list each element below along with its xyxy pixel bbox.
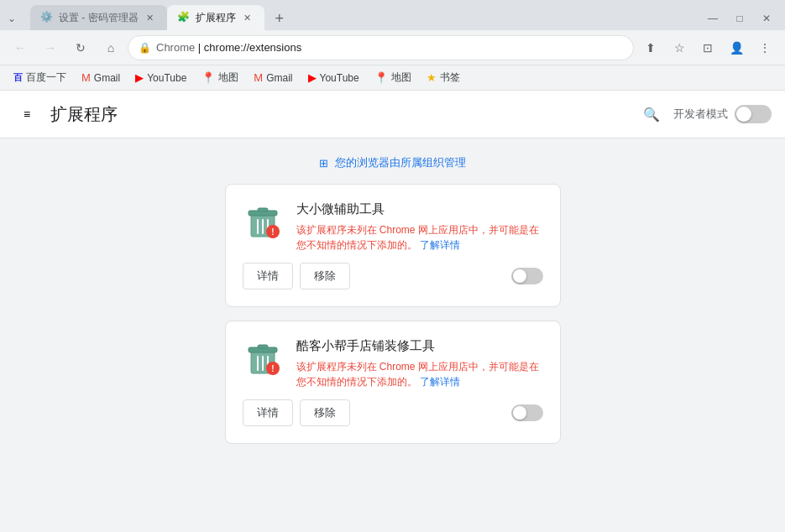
- tab-extensions[interactable]: 🧩 扩展程序 ✕: [167, 5, 264, 30]
- extensions-page-title: 扩展程序: [50, 103, 630, 126]
- dev-mode-label: 开发者模式: [673, 107, 728, 122]
- ext-learn-more-1[interactable]: 了解详情: [420, 239, 460, 251]
- managed-text: 您的浏览器由所属组织管理: [335, 155, 466, 170]
- extension-card-daoxiaowei: ! 大小微辅助工具 该扩展程序未列在 Chrome 网上应用店中，并可能是在您不…: [225, 184, 561, 307]
- bookmarks-label: 书签: [440, 70, 460, 85]
- ext-name-1: 大小微辅助工具: [296, 201, 543, 217]
- new-tab-button[interactable]: +: [268, 7, 291, 30]
- ext-info-2: 酷客小帮手店铺装修工具 该扩展程序未列在 Chrome 网上应用店中，并可能是在…: [296, 338, 543, 389]
- ext-warning-text-1: 该扩展程序未列在 Chrome 网上应用店中，并可能是在您不知情的情况下添加的。: [296, 224, 539, 251]
- svg-text:!: !: [271, 364, 274, 373]
- address-text: Chrome | chrome://extensions: [156, 41, 623, 54]
- window-controls: — □ ✕: [694, 7, 785, 30]
- settings-tab-close[interactable]: ✕: [144, 11, 157, 24]
- extensions-page: ≡ 扩展程序 🔍 开发者模式 ⊞ 您的浏览器由所属组织管理: [0, 91, 785, 532]
- ext-warning-1: 该扩展程序未列在 Chrome 网上应用店中，并可能是在您不知情的情况下添加的。…: [296, 222, 543, 253]
- ext-toggle-knob-2: [513, 406, 526, 420]
- ext-toggle-knob-1: [513, 269, 526, 283]
- ext-card-footer-2: 详情 移除: [243, 399, 543, 426]
- share-button[interactable]: ⬆: [637, 34, 664, 61]
- settings-tab-title: 设置 - 密码管理器: [59, 11, 139, 25]
- ext-icon-1: !: [243, 201, 283, 242]
- bookmark-youtube1[interactable]: ▶ YouTube: [128, 70, 193, 86]
- address-bar[interactable]: 🔒 Chrome | chrome://extensions: [128, 35, 634, 60]
- bookmark-gmail1[interactable]: M Gmail: [75, 70, 127, 86]
- bookmark-maps1[interactable]: 📍 地图: [195, 69, 245, 86]
- managed-icon: ⊞: [319, 157, 328, 170]
- bookmark-bookmarks[interactable]: ★ 书签: [420, 69, 467, 86]
- back-button[interactable]: ←: [7, 34, 34, 61]
- extensions-tab-close[interactable]: ✕: [241, 11, 254, 24]
- ext-learn-more-2[interactable]: 了解详情: [420, 376, 460, 388]
- maps1-icon: 📍: [201, 71, 215, 84]
- ext-details-button-2[interactable]: 详情: [243, 399, 293, 426]
- extensions-tab-icon: 🧩: [177, 11, 191, 24]
- ext-card-footer-1: 详情 移除: [243, 263, 543, 289]
- ext-name-2: 酷客小帮手店铺装修工具: [296, 338, 543, 354]
- svg-rect-10: [258, 345, 268, 348]
- youtube1-label: YouTube: [147, 72, 186, 84]
- bookmarks-icon: ★: [427, 71, 437, 84]
- svg-text:!: !: [271, 227, 274, 237]
- extensions-header: ≡ 扩展程序 🔍 开发者模式: [0, 91, 785, 138]
- tab-settings[interactable]: ⚙️ 设置 - 密码管理器 ✕: [30, 5, 167, 30]
- bookmark-gmail2[interactable]: M Gmail: [247, 70, 299, 86]
- settings-tab-icon: ⚙️: [40, 11, 54, 24]
- search-icon[interactable]: 🔍: [640, 103, 663, 126]
- tabs-container: ⚙️ 设置 - 密码管理器 ✕ 🧩 扩展程序 ✕ +: [24, 5, 694, 30]
- ext-remove-button-1[interactable]: 移除: [300, 263, 350, 289]
- dev-mode-toggle[interactable]: [735, 105, 772, 123]
- ext-details-button-1[interactable]: 详情: [243, 263, 293, 289]
- gmail1-icon: M: [81, 71, 91, 84]
- maps1-label: 地图: [218, 70, 238, 85]
- ext-icon-2: !: [243, 338, 283, 378]
- refresh-button[interactable]: ↻: [67, 34, 94, 61]
- bookmark-youtube2[interactable]: ▶ YouTube: [301, 70, 366, 86]
- ext-icon-container-1: !: [243, 201, 283, 242]
- title-bar: ⌄ ⚙️ 设置 - 密码管理器 ✕ 🧩 扩展程序 ✕ + — □ ✕: [0, 0, 785, 30]
- ext-card-header-2: ! 酷客小帮手店铺装修工具 该扩展程序未列在 Chrome 网上应用店中，并可能…: [243, 338, 543, 389]
- ext-toggle-2[interactable]: [511, 404, 543, 421]
- ext-card-header-1: ! 大小微辅助工具 该扩展程序未列在 Chrome 网上应用店中，并可能是在您不…: [243, 201, 543, 253]
- maps2-label: 地图: [391, 70, 411, 85]
- baidu-label: 百度一下: [26, 70, 66, 85]
- dev-mode-toggle-knob: [736, 107, 751, 122]
- extensions-content: ⊞ 您的浏览器由所属组织管理: [0, 138, 785, 461]
- security-icon: 🔒: [139, 42, 151, 54]
- tab-capture-button[interactable]: ⊡: [694, 34, 721, 61]
- maximize-button[interactable]: □: [728, 7, 751, 30]
- bookmarks-bar: 百 百度一下 M Gmail ▶ YouTube 📍 地图 M Gmail ▶ …: [0, 65, 785, 91]
- gmail1-label: Gmail: [94, 72, 120, 84]
- hamburger-menu[interactable]: ≡: [13, 101, 40, 128]
- youtube2-label: YouTube: [320, 72, 359, 84]
- extensions-tab-title: 扩展程序: [196, 11, 236, 25]
- youtube2-icon: ▶: [308, 71, 317, 84]
- tab-list-chevron[interactable]: ⌄: [0, 7, 24, 30]
- gmail2-icon: M: [254, 71, 263, 84]
- svg-rect-2: [258, 208, 268, 211]
- managed-notice: ⊞ 您的浏览器由所属组织管理: [319, 155, 466, 170]
- bookmark-baidu[interactable]: 百 百度一下: [7, 69, 73, 86]
- home-button[interactable]: ⌂: [97, 34, 124, 61]
- gmail2-label: Gmail: [266, 72, 292, 84]
- ext-icon-container-2: !: [243, 338, 283, 378]
- ext-toggle-1[interactable]: [511, 268, 543, 284]
- dev-mode-area: 开发者模式: [673, 105, 772, 123]
- forward-button[interactable]: →: [37, 34, 64, 61]
- extension-card-kuke: ! 酷客小帮手店铺装修工具 该扩展程序未列在 Chrome 网上应用店中，并可能…: [225, 321, 561, 444]
- close-button[interactable]: ✕: [755, 7, 778, 30]
- ext-warning-2: 该扩展程序未列在 Chrome 网上应用店中，并可能是在您不知情的情况下添加的。…: [296, 359, 543, 389]
- toolbar: ← → ↻ ⌂ 🔒 Chrome | chrome://extensions ⬆…: [0, 30, 785, 65]
- minimize-button[interactable]: —: [701, 7, 725, 30]
- ext-remove-button-2[interactable]: 移除: [300, 399, 350, 426]
- toolbar-actions: ⬆ ☆ ⊡ 👤 ⋮: [637, 34, 778, 61]
- baidu-icon: 百: [13, 71, 23, 84]
- youtube1-icon: ▶: [135, 71, 144, 84]
- profile-button[interactable]: 👤: [723, 34, 750, 61]
- bookmark-maps2[interactable]: 📍 地图: [368, 69, 418, 86]
- maps2-icon: 📍: [374, 71, 388, 84]
- ext-info-1: 大小微辅助工具 该扩展程序未列在 Chrome 网上应用店中，并可能是在您不知情…: [296, 201, 543, 253]
- bookmark-button[interactable]: ☆: [666, 34, 693, 61]
- ext-warning-text-2: 该扩展程序未列在 Chrome 网上应用店中，并可能是在您不知情的情况下添加的。: [296, 361, 539, 388]
- menu-button[interactable]: ⋮: [751, 34, 778, 61]
